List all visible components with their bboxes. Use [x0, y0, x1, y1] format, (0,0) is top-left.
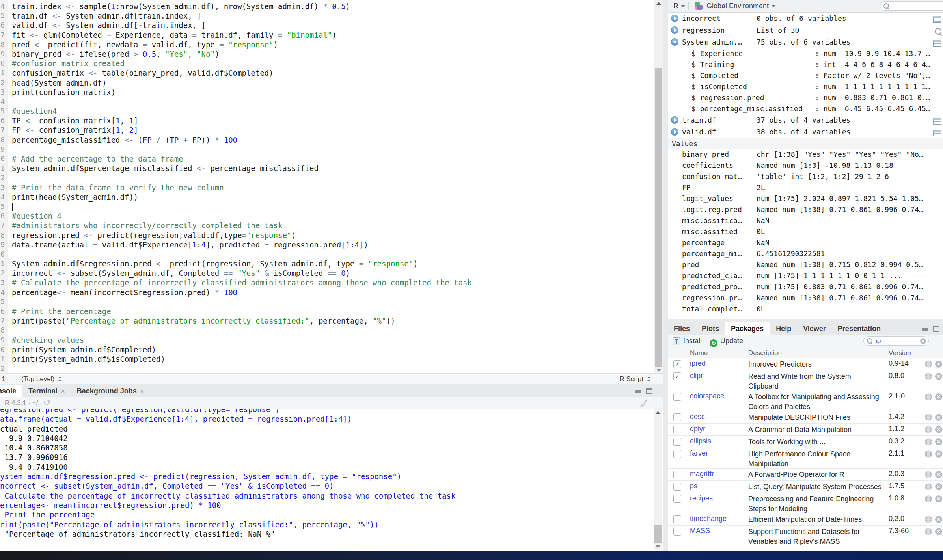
editor-line[interactable]: 20#confusion matrix created — [0, 59, 653, 68]
editor-line[interactable]: 16valid.df <- System_admin.df[-train.ind… — [0, 20, 653, 30]
editor-code-area[interactable]: 14train.index <- sample(1:nrow(System_ad… — [0, 2, 653, 373]
tab-viewer[interactable]: Viewer — [797, 322, 832, 335]
tab-help[interactable]: Help — [770, 322, 797, 335]
remove-package-icon[interactable]: ✕ — [935, 528, 942, 535]
package-name-link[interactable]: ipred — [690, 359, 706, 368]
clear-console-icon[interactable] — [639, 399, 647, 407]
environment-scope-selector[interactable]: Global Environment — [706, 2, 775, 10]
environment-variable-row[interactable]: train.df37 obs. of 4 variables — [668, 114, 943, 126]
tab-plots[interactable]: Plots — [696, 322, 725, 335]
editor-line[interactable]: 21confusion_matrix <- table(binary_pred,… — [0, 68, 653, 78]
package-name-link[interactable]: clipr — [690, 372, 703, 380]
close-tab-icon[interactable]: × — [61, 387, 65, 395]
package-website-icon[interactable] — [925, 471, 932, 478]
console-tab-console[interactable]: Console — [0, 385, 22, 397]
tab-files[interactable]: Files — [668, 322, 696, 335]
windows-taskbar[interactable] — [0, 551, 943, 560]
editor-line[interactable]: 45 — [0, 297, 653, 307]
package-name-link[interactable]: timechange — [690, 515, 727, 523]
environment-variable-row[interactable]: FP2L — [668, 182, 943, 193]
environment-variable-row[interactable]: logit_valuesnum [1:75] 2.024 0.897 1.821… — [668, 193, 943, 204]
environment-variable-row[interactable]: incorrect0 obs. of 6 variables — [668, 13, 943, 24]
checkbox-unchecked[interactable] — [673, 495, 681, 503]
environment-variable-row[interactable]: predicted_pro…num [1:75] 0.883 0.71 0.86… — [668, 281, 943, 292]
remove-package-icon[interactable]: ✕ — [935, 373, 942, 380]
editor-line[interactable]: 49#checking values — [0, 335, 653, 345]
environment-variable-row[interactable]: misclassifica…NaN — [668, 215, 943, 226]
environment-variable-row[interactable]: predicted_cla…num [1:75] 1 1 1 1 1 1 0 0… — [668, 270, 943, 281]
checkbox-unchecked[interactable] — [673, 413, 681, 421]
environment-search-box[interactable] — [880, 1, 943, 11]
package-name-link[interactable]: colorspace — [690, 392, 724, 400]
file-type-selector[interactable]: R Script — [620, 375, 651, 383]
editor-line[interactable]: 51print(System_admin.df$isCompleted) — [0, 354, 653, 364]
editor-line[interactable]: 36#question 4 — [0, 211, 653, 221]
console-scrollbar-thumb[interactable] — [654, 525, 662, 543]
environment-variable-row[interactable]: logit.reg.predNamed num [1:38] 0.71 0.86… — [668, 204, 943, 215]
expand-icon[interactable] — [671, 26, 678, 34]
package-website-icon[interactable] — [925, 426, 932, 433]
environment-pane[interactable]: R Global Environment incorrect0 obs. of … — [668, 0, 943, 319]
package-website-icon[interactable] — [925, 516, 932, 523]
environment-variable-row[interactable]: valid.df38 obs. of 4 variables — [668, 126, 943, 138]
editor-line[interactable]: 42incorrect <- subset(System_admin.df, C… — [0, 268, 653, 278]
clear-search-icon[interactable]: ✕ — [920, 338, 926, 344]
checkbox-unchecked[interactable] — [673, 483, 681, 491]
editor-line[interactable]: 38regression.pred <- predict(regression,… — [0, 231, 653, 240]
environment-variable-row[interactable]: misclassified0L — [668, 226, 943, 237]
editor-line[interactable]: 47print(paste("Percentage of administrat… — [0, 316, 653, 326]
editor-line[interactable]: 22head(System_admin.df) — [0, 78, 653, 87]
editor-line[interactable]: 23print(confusion_matrix) — [0, 87, 653, 97]
editor-line[interactable]: 17fit <- glm(Completed ~ Experience, dat… — [0, 30, 653, 40]
remove-package-icon[interactable]: ✕ — [935, 471, 942, 478]
scroll-up-arrow-icon[interactable] — [654, 409, 662, 415]
minimize-pane-icon[interactable] — [922, 326, 929, 331]
editor-line[interactable]: 37#administrators who incorrectly/correc… — [0, 221, 653, 230]
editor-line[interactable]: 34print(head(System_admin.df)) — [0, 192, 653, 202]
editor-line[interactable]: 14train.index <- sample(1:nrow(System_ad… — [0, 2, 653, 11]
console-tab-terminal[interactable]: Terminal× — [22, 385, 71, 397]
minimize-pane-icon[interactable] — [635, 388, 642, 394]
remove-package-icon[interactable]: ✕ — [935, 450, 942, 458]
console-vertical-scrollbar[interactable] — [654, 409, 662, 550]
editor-line[interactable]: 46# Print the percentage — [0, 307, 653, 316]
tab-presentation[interactable]: Presentation — [832, 322, 887, 335]
editor-line[interactable]: 26TP <- confusion_matrix[1, 1] — [0, 116, 653, 125]
package-name-link[interactable]: recipes — [690, 494, 713, 502]
scroll-up-arrow-icon[interactable] — [654, 0, 663, 6]
package-website-icon[interactable] — [925, 414, 932, 421]
packages-search-input[interactable] — [875, 337, 916, 346]
environment-variable-row[interactable]: System_admin.…75 obs. of 6 variables — [668, 36, 943, 48]
package-name-link[interactable]: ps — [690, 482, 697, 490]
environment-variable-row[interactable]: regressionList of 30 — [668, 24, 943, 36]
checkbox-unchecked[interactable] — [673, 438, 681, 446]
package-website-icon[interactable] — [925, 373, 932, 380]
environment-variable-row[interactable]: binary_predchr [1:38] "Yes" "Yes" "Yes" … — [668, 149, 943, 160]
package-website-icon[interactable] — [925, 393, 932, 400]
remove-package-icon[interactable]: ✕ — [935, 483, 942, 490]
editor-line[interactable]: 40 — [0, 249, 653, 259]
editor-line[interactable]: 44percentage<- mean(incorrect$regression… — [0, 288, 653, 297]
remove-package-icon[interactable]: ✕ — [935, 393, 942, 400]
open-new-window-icon[interactable] — [44, 400, 50, 405]
tab-packages[interactable]: Packages — [725, 322, 770, 335]
install-button[interactable]: Install — [673, 337, 702, 345]
console-tab-background-jobs[interactable]: Background Jobs× — [71, 385, 150, 397]
editor-line[interactable]: 31System_admin.df$percentage_misclassifi… — [0, 164, 653, 173]
editor-scrollbar-thumb[interactable] — [655, 68, 662, 367]
editor-line[interactable]: 35 — [0, 202, 653, 211]
remove-package-icon[interactable]: ✕ — [935, 361, 942, 368]
expand-icon[interactable] — [671, 15, 678, 22]
expand-icon[interactable] — [671, 116, 678, 124]
remove-package-icon[interactable]: ✕ — [935, 495, 942, 502]
environment-variable-row[interactable]: total_complet…0L — [668, 303, 943, 314]
checkbox-checked[interactable]: ✓ — [673, 360, 681, 368]
scroll-down-arrow-icon[interactable] — [654, 543, 662, 550]
package-website-icon[interactable] — [925, 438, 932, 445]
environment-variable-row[interactable]: percentageNaN — [668, 237, 943, 248]
package-website-icon[interactable] — [925, 495, 932, 502]
editor-line[interactable]: 30# Add the percentage to the data frame — [0, 154, 653, 164]
collapse-icon[interactable] — [671, 38, 678, 46]
source-editor-pane[interactable]: 14train.index <- sample(1:nrow(System_ad… — [0, 0, 663, 373]
editor-line[interactable]: 39data.frame(actual = valid.df$Experienc… — [0, 240, 653, 249]
